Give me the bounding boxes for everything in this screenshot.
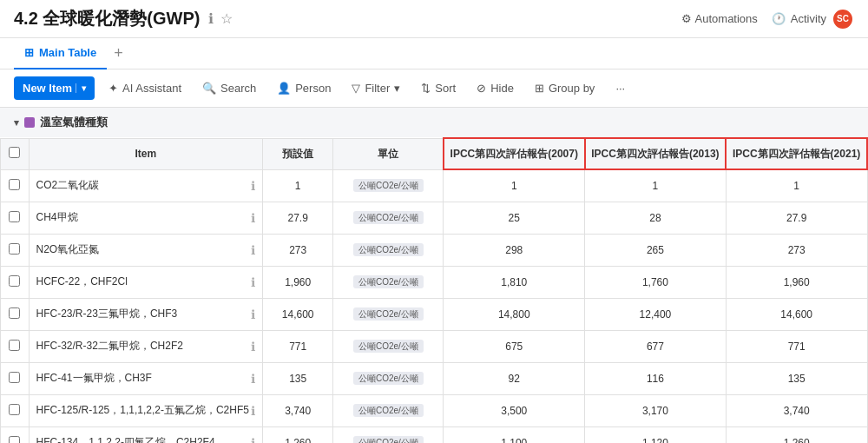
row-checkbox-7[interactable]: [1, 394, 30, 426]
row-2007-2: 298: [444, 234, 585, 266]
row-select-4[interactable]: [9, 307, 20, 319]
row-checkbox-0[interactable]: [1, 169, 30, 202]
row-val-7: 3,740: [262, 394, 332, 426]
row-item-3: HCFC-22，CHF2Cl ℹ: [29, 266, 262, 298]
row-2021-8: 1,260: [726, 426, 867, 443]
search-button[interactable]: 🔍 Search: [195, 77, 263, 99]
row-unit-4: 公噸CO2e/公噸: [333, 298, 444, 330]
group-icon: ⊞: [535, 82, 544, 95]
hide-icon: ⊘: [477, 82, 486, 95]
hide-button[interactable]: ⊘ Hide: [470, 77, 521, 99]
row-select-3[interactable]: [9, 275, 20, 287]
row-val-6: 135: [262, 362, 332, 394]
row-2007-3: 1,810: [444, 266, 585, 298]
row-2021-5: 771: [726, 330, 867, 362]
row-info-icon-2[interactable]: ℹ: [251, 243, 255, 257]
row-checkbox-8[interactable]: [1, 426, 30, 443]
row-item-8: HFC-134，1,1,2,2-四氟乙烷，C2H2F4 ℹ: [29, 426, 262, 443]
row-2007-7: 3,500: [444, 394, 585, 426]
row-unit-1: 公噸CO2e/公噸: [333, 202, 444, 234]
sort-button[interactable]: ⇅ Sort: [414, 77, 463, 99]
row-info-icon-7[interactable]: ℹ: [251, 404, 255, 418]
row-val-5: 771: [262, 330, 332, 362]
row-unit-8: 公噸CO2e/公噸: [333, 426, 444, 443]
row-unit-3: 公噸CO2e/公噸: [333, 266, 444, 298]
row-2007-6: 92: [444, 362, 585, 394]
row-info-icon-3[interactable]: ℹ: [251, 275, 255, 289]
ai-icon: ✦: [108, 82, 118, 95]
th-ipcc-2013: IPCC第四次評估報告(2013): [585, 138, 727, 169]
table-row: HFC-125/R-125，1,1,1,2,2-五氟乙烷，C2HF5 ℹ 3,7…: [1, 394, 868, 426]
header-icons: ℹ ☆: [208, 10, 233, 27]
row-unit-0: 公噸CO2e/公噸: [333, 169, 444, 202]
row-item-2: N2O氧化亞氮 ℹ: [29, 234, 262, 266]
more-button[interactable]: ···: [608, 77, 632, 99]
new-item-button[interactable]: New Item ▾: [14, 76, 95, 100]
page-title: 4.2 全球暖化潛勢(GWP): [14, 7, 200, 30]
row-val-3: 1,960: [262, 266, 332, 298]
star-icon[interactable]: ☆: [220, 10, 233, 27]
group-color-indicator: [24, 117, 35, 128]
row-info-icon-5[interactable]: ℹ: [251, 340, 255, 354]
row-2021-3: 1,960: [726, 266, 867, 298]
row-val-8: 1,260: [262, 426, 332, 443]
row-checkbox-6[interactable]: [1, 362, 30, 394]
sort-icon: ⇅: [421, 82, 431, 95]
group-by-button[interactable]: ⊞ Group by: [528, 77, 602, 99]
table-row: CO2二氧化碳 ℹ 1 公噸CO2e/公噸 1 1 1: [1, 169, 868, 202]
group-name: 溫室氣體種類: [40, 115, 108, 130]
header-right: ⚙ Automations 🕐 Activity SC: [681, 8, 854, 30]
row-select-2[interactable]: [9, 243, 20, 255]
top-header: 4.2 全球暖化潛勢(GWP) ℹ ☆ ⚙ Automations 🕐 Acti…: [0, 0, 868, 38]
select-all-checkbox[interactable]: [9, 147, 20, 158]
filter-icon: ▽: [352, 82, 360, 95]
person-button[interactable]: 👤 Person: [270, 77, 338, 99]
tab-bar: ⊞ Main Table +: [0, 38, 868, 69]
row-checkbox-5[interactable]: [1, 330, 30, 362]
table-row: N2O氧化亞氮 ℹ 273 公噸CO2e/公噸 298 265 273: [1, 234, 868, 266]
th-unit: 單位: [333, 138, 444, 169]
row-2013-2: 265: [585, 234, 727, 266]
main-content: ▾ 溫室氣體種類 Item 預設值 單位 IPCC第四次評估報告(2007) I…: [0, 108, 868, 443]
row-checkbox-2[interactable]: [1, 234, 30, 266]
row-2007-4: 14,800: [444, 298, 585, 330]
row-checkbox-4[interactable]: [1, 298, 30, 330]
table-row: CH4甲烷 ℹ 27.9 公噸CO2e/公噸 25 28 27.9: [1, 202, 868, 234]
dropdown-arrow-icon: ▾: [76, 83, 86, 93]
activity-button[interactable]: 🕐 Activity SC: [772, 8, 854, 30]
row-checkbox-3[interactable]: [1, 266, 30, 298]
row-select-6[interactable]: [9, 372, 20, 383]
row-info-icon-0[interactable]: ℹ: [251, 179, 255, 193]
row-select-5[interactable]: [9, 340, 20, 351]
toolbar: New Item ▾ ✦ AI Assistant 🔍 Search 👤 Per…: [0, 69, 868, 108]
ai-assistant-button[interactable]: ✦ AI Assistant: [102, 77, 188, 99]
row-2007-8: 1,100: [444, 426, 585, 443]
automations-button[interactable]: ⚙ Automations: [681, 12, 758, 25]
group-chevron-icon[interactable]: ▾: [14, 117, 19, 129]
row-info-icon-4[interactable]: ℹ: [251, 307, 255, 321]
table-row: HFC-23/R-23三氟甲烷，CHF3 ℹ 14,600 公噸CO2e/公噸 …: [1, 298, 868, 330]
row-2013-7: 3,170: [585, 394, 727, 426]
table-icon: ⊞: [24, 46, 34, 59]
info-icon[interactable]: ℹ: [208, 10, 214, 27]
row-item-5: HFC-32/R-32二氟甲烷，CH2F2 ℹ: [29, 330, 262, 362]
tab-main-table[interactable]: ⊞ Main Table: [14, 38, 107, 69]
filter-button[interactable]: ▽ Filter ▾: [345, 77, 407, 99]
row-select-7[interactable]: [9, 404, 20, 415]
add-tab-button[interactable]: +: [107, 44, 130, 63]
row-checkbox-1[interactable]: [1, 202, 30, 234]
row-unit-6: 公噸CO2e/公噸: [333, 362, 444, 394]
row-2013-5: 677: [585, 330, 727, 362]
row-info-icon-6[interactable]: ℹ: [251, 372, 255, 386]
row-item-7: HFC-125/R-125，1,1,1,2,2-五氟乙烷，C2HF5 ℹ: [29, 394, 262, 426]
row-2021-7: 3,740: [726, 394, 867, 426]
row-select-0[interactable]: [9, 179, 20, 190]
row-info-icon-1[interactable]: ℹ: [251, 211, 255, 225]
row-info-icon-8[interactable]: ℹ: [251, 436, 255, 444]
table-row: HCFC-22，CHF2Cl ℹ 1,960 公噸CO2e/公噸 1,810 1…: [1, 266, 868, 298]
th-ipcc-2007: IPCC第四次評估報告(2007): [444, 138, 585, 169]
row-select-8[interactable]: [9, 436, 20, 444]
row-select-1[interactable]: [9, 211, 20, 222]
row-item-1: CH4甲烷 ℹ: [29, 202, 262, 234]
th-checkbox[interactable]: [1, 138, 30, 169]
